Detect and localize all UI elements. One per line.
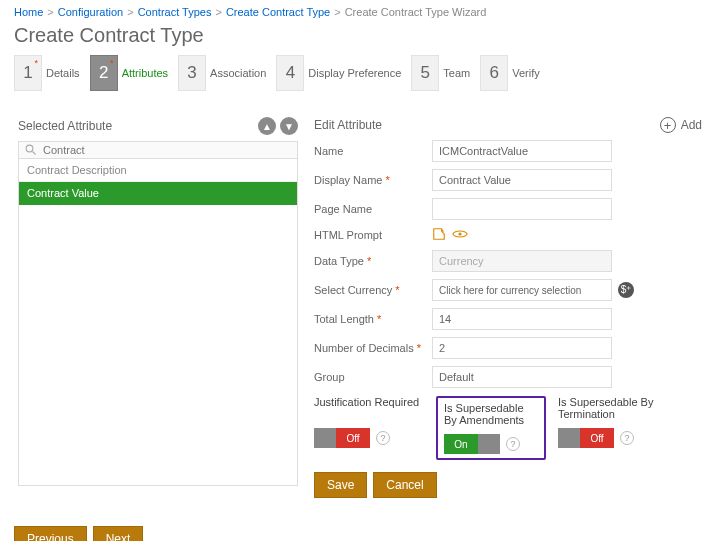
breadcrumb-link[interactable]: Contract Types xyxy=(138,6,212,18)
plus-icon: + xyxy=(660,117,676,133)
list-item[interactable]: Contract Description xyxy=(19,159,297,182)
breadcrumb-current: Create Contract Type Wizard xyxy=(345,6,487,18)
supersede-amend-switch[interactable]: On xyxy=(444,434,500,454)
toggle-supersede-amendments: Is Supersedable By Amendments On ? xyxy=(436,396,546,460)
selected-attribute-heading: Selected Attribute xyxy=(18,119,112,133)
data-type-field xyxy=(432,250,612,272)
step-team[interactable]: 5Team xyxy=(411,55,476,91)
field-label: Name xyxy=(314,145,424,157)
move-up-icon[interactable]: ▲ xyxy=(258,117,276,135)
supersede-term-switch[interactable]: Off xyxy=(558,428,614,448)
toggle-justification: Justification Required Off ? xyxy=(314,396,424,460)
next-button[interactable]: Next xyxy=(93,526,144,541)
breadcrumb-link[interactable]: Create Contract Type xyxy=(226,6,330,18)
step-association[interactable]: 3Association xyxy=(178,55,272,91)
currency-picker-icon[interactable]: $⁺ xyxy=(618,282,634,298)
help-icon[interactable]: ? xyxy=(620,431,634,445)
field-label: Data Type * xyxy=(314,255,424,267)
edit-attribute-heading: Edit Attribute xyxy=(314,118,382,132)
toggle-supersede-termination: Is Supersedable By Termination Off ? xyxy=(558,396,668,460)
cancel-button[interactable]: Cancel xyxy=(373,472,436,498)
toggle-title: Is Supersedable By Termination xyxy=(558,396,668,424)
page-title: Create Contract Type xyxy=(14,24,706,47)
field-label: Group xyxy=(314,371,424,383)
field-label: Total Length * xyxy=(314,313,424,325)
wizard-steps: 1*Details 2*Attributes 3Association 4Dis… xyxy=(14,55,706,91)
justification-switch[interactable]: Off xyxy=(314,428,370,448)
breadcrumb-link[interactable]: Home xyxy=(14,6,43,18)
edit-icon[interactable] xyxy=(432,227,446,243)
field-label: HTML Prompt xyxy=(314,229,424,241)
decimals-field[interactable] xyxy=(432,337,612,359)
breadcrumb-link[interactable]: Configuration xyxy=(58,6,123,18)
step-details[interactable]: 1*Details xyxy=(14,55,86,91)
breadcrumb: Home> Configuration> Contract Types> Cre… xyxy=(14,6,706,18)
preview-icon[interactable] xyxy=(452,228,468,242)
field-label: Select Currency * xyxy=(314,284,424,296)
step-attributes[interactable]: 2*Attributes xyxy=(90,55,174,91)
search-input[interactable] xyxy=(43,144,291,156)
display-name-field[interactable] xyxy=(432,169,612,191)
step-display-preference[interactable]: 4Display Preference xyxy=(276,55,407,91)
svg-point-0 xyxy=(26,145,33,152)
list-item[interactable]: Contract Value xyxy=(19,182,297,205)
field-label: Number of Decimals * xyxy=(314,342,424,354)
toggle-title: Is Supersedable By Amendments xyxy=(444,402,538,430)
select-currency-field[interactable] xyxy=(432,279,612,301)
field-label: Display Name * xyxy=(314,174,424,186)
svg-line-1 xyxy=(33,152,36,155)
svg-point-2 xyxy=(458,232,461,235)
search-icon xyxy=(25,144,37,156)
save-button[interactable]: Save xyxy=(314,472,367,498)
add-button[interactable]: + Add xyxy=(660,117,702,133)
move-down-icon[interactable]: ▼ xyxy=(280,117,298,135)
previous-button[interactable]: Previous xyxy=(14,526,87,541)
page-name-field[interactable] xyxy=(432,198,612,220)
total-length-field[interactable] xyxy=(432,308,612,330)
toggle-title: Justification Required xyxy=(314,396,424,424)
attribute-search[interactable] xyxy=(18,141,298,159)
help-icon[interactable]: ? xyxy=(506,437,520,451)
name-field[interactable] xyxy=(432,140,612,162)
step-verify[interactable]: 6Verify xyxy=(480,55,546,91)
help-icon[interactable]: ? xyxy=(376,431,390,445)
field-label: Page Name xyxy=(314,203,424,215)
group-field[interactable] xyxy=(432,366,612,388)
